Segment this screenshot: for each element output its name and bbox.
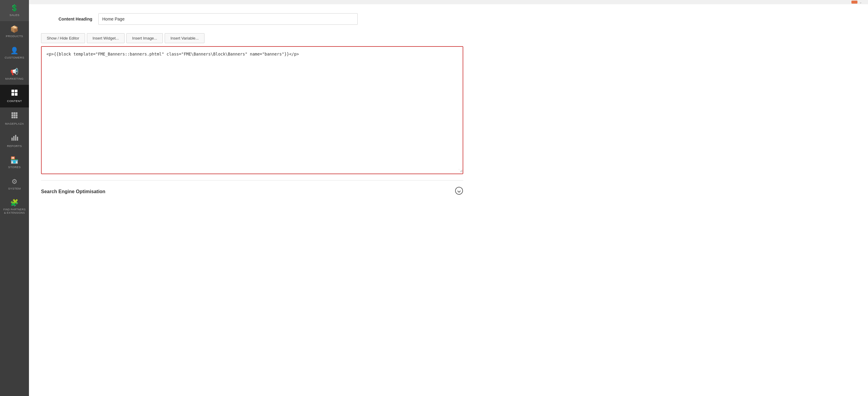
resize-handle[interactable]: ⋱ bbox=[458, 169, 462, 173]
sidebar-item-mageplaza[interactable]: MAGEPLAZA bbox=[0, 108, 29, 130]
sidebar-item-label: SYSTEM bbox=[8, 187, 21, 191]
sidebar-item-stores[interactable]: 🏪 STORES bbox=[0, 152, 29, 173]
content-heading-row: Content Heading bbox=[41, 13, 856, 25]
sidebar-item-label: REPORTS bbox=[7, 144, 22, 148]
insert-variable-button[interactable]: Insert Variable... bbox=[165, 33, 205, 43]
svg-rect-6 bbox=[16, 112, 18, 114]
seo-header[interactable]: Search Engine Optimisation bbox=[41, 187, 463, 197]
show-hide-editor-button[interactable]: Show / Hide Editor bbox=[41, 33, 85, 43]
top-bar-button[interactable] bbox=[851, 1, 858, 4]
system-icon: ⚙ bbox=[11, 178, 18, 186]
svg-rect-12 bbox=[16, 116, 18, 118]
products-icon: 📦 bbox=[10, 25, 19, 33]
reports-icon bbox=[11, 134, 18, 143]
svg-rect-14 bbox=[13, 136, 14, 141]
sidebar-item-customers[interactable]: 👤 CUSTOMERS bbox=[0, 43, 29, 64]
svg-rect-1 bbox=[15, 90, 18, 92]
svg-rect-13 bbox=[11, 138, 13, 141]
insert-widget-button[interactable]: Insert Widget... bbox=[87, 33, 125, 43]
content-heading-input[interactable] bbox=[98, 13, 358, 25]
svg-rect-4 bbox=[11, 112, 13, 114]
top-bar: ⌄ bbox=[29, 0, 868, 4]
svg-rect-0 bbox=[11, 90, 14, 92]
svg-rect-10 bbox=[11, 116, 13, 118]
svg-rect-8 bbox=[13, 114, 16, 116]
sidebar-item-sales[interactable]: 💲 SALES bbox=[0, 0, 29, 21]
stores-icon: 🏪 bbox=[10, 157, 19, 164]
svg-rect-3 bbox=[15, 93, 18, 96]
sidebar-item-label: CONTENT bbox=[7, 99, 22, 103]
sidebar-item-label: SALES bbox=[9, 13, 19, 17]
sidebar: 💲 SALES 📦 PRODUCTS 👤 CUSTOMERS 📢 MARKETI… bbox=[0, 0, 29, 396]
editor-container: ⋱ bbox=[41, 46, 463, 174]
sidebar-item-marketing[interactable]: 📢 MARKETING bbox=[0, 64, 29, 85]
seo-section: Search Engine Optimisation bbox=[41, 180, 463, 202]
content-area: Content Heading Show / Hide Editor Inser… bbox=[29, 4, 868, 396]
seo-toggle-icon[interactable] bbox=[455, 187, 463, 197]
marketing-icon: 📢 bbox=[10, 68, 19, 76]
svg-point-17 bbox=[456, 187, 463, 194]
svg-rect-15 bbox=[15, 135, 16, 141]
editor-toolbar: Show / Hide Editor Insert Widget... Inse… bbox=[41, 33, 856, 43]
main-content: ⌄ Content Heading Show / Hide Editor Ins… bbox=[29, 0, 868, 396]
sales-icon: 💲 bbox=[10, 4, 19, 12]
sidebar-item-content[interactable]: CONTENT bbox=[0, 85, 29, 107]
seo-title: Search Engine Optimisation bbox=[41, 189, 105, 194]
content-editor[interactable] bbox=[42, 47, 463, 172]
sidebar-item-label: PRODUCTS bbox=[6, 34, 23, 38]
svg-rect-11 bbox=[13, 116, 16, 118]
sidebar-item-label: STORES bbox=[8, 165, 21, 169]
sidebar-item-label: MARKETING bbox=[5, 77, 24, 81]
sidebar-item-label: MAGEPLAZA bbox=[5, 122, 24, 125]
find-partners-icon: 🧩 bbox=[10, 199, 19, 207]
sidebar-item-label: CUSTOMERS bbox=[4, 56, 24, 59]
sidebar-item-find-partners[interactable]: 🧩 FIND PARTNERS& EXTENSIONS bbox=[0, 195, 29, 219]
insert-image-button[interactable]: Insert Image... bbox=[126, 33, 163, 43]
svg-rect-2 bbox=[11, 93, 14, 96]
content-heading-label: Content Heading bbox=[41, 17, 92, 22]
svg-rect-16 bbox=[17, 137, 18, 141]
svg-rect-5 bbox=[13, 112, 16, 114]
customers-icon: 👤 bbox=[10, 47, 19, 55]
mageplaza-icon bbox=[11, 112, 18, 121]
sidebar-item-label: FIND PARTNERS& EXTENSIONS bbox=[3, 208, 26, 215]
sidebar-item-products[interactable]: 📦 PRODUCTS bbox=[0, 21, 29, 42]
svg-rect-7 bbox=[11, 114, 13, 116]
svg-rect-9 bbox=[16, 114, 18, 116]
sidebar-item-reports[interactable]: REPORTS bbox=[0, 130, 29, 152]
content-icon bbox=[11, 89, 18, 98]
sidebar-item-system[interactable]: ⚙ SYSTEM bbox=[0, 174, 29, 195]
